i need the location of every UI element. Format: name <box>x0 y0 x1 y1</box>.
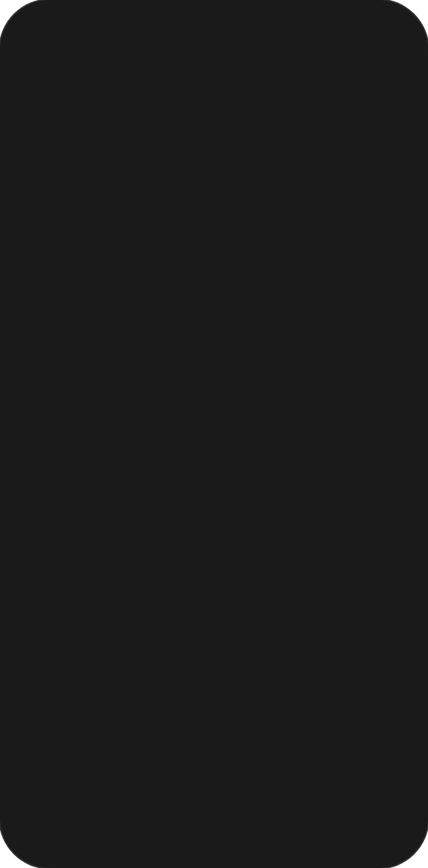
phone-frame: 5:43 SOS 68 <box>0 0 428 868</box>
power-button <box>0 377 3 464</box>
